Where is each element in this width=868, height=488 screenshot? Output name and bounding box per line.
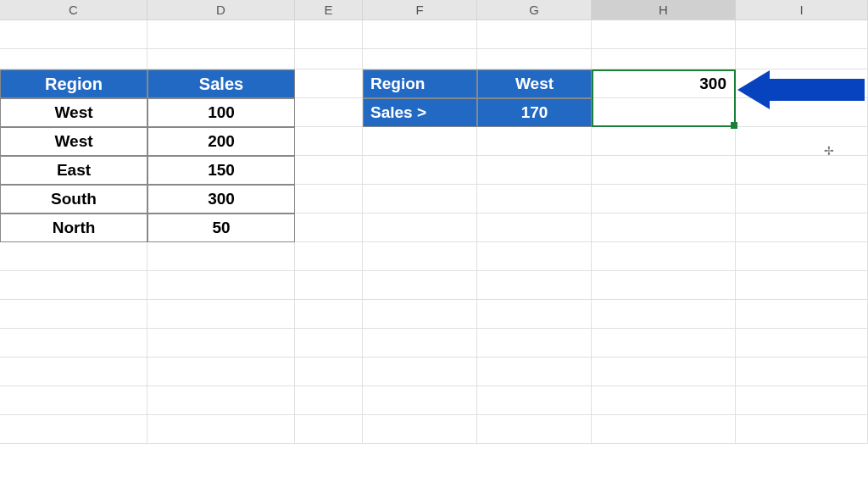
cell[interactable] [736,156,868,185]
cell[interactable] [477,127,592,156]
cell[interactable] [147,49,295,69]
column-header-H[interactable]: H [592,0,736,19]
cell[interactable] [736,329,868,358]
cell[interactable] [295,271,363,300]
cell[interactable] [592,127,736,156]
cell[interactable] [363,271,477,300]
cell[interactable] [592,49,736,69]
cell[interactable] [295,185,363,214]
criteria-sales-label[interactable]: Sales > [363,98,477,127]
cell[interactable] [147,386,295,415]
cell[interactable] [736,415,868,444]
cell[interactable] [363,156,477,185]
cell[interactable] [0,415,147,444]
cell[interactable] [736,358,868,386]
cell[interactable] [477,20,592,49]
cell[interactable] [0,386,147,415]
cell[interactable] [363,214,477,242]
cell[interactable] [592,415,736,444]
cell[interactable] [0,242,147,271]
cell[interactable] [295,20,363,49]
cell[interactable] [147,329,295,358]
cell[interactable] [592,98,736,127]
table-cell-region[interactable]: East [0,156,147,185]
cell[interactable] [477,156,592,185]
cell[interactable] [477,242,592,271]
cell[interactable] [363,242,477,271]
cell[interactable] [363,358,477,386]
cell[interactable] [736,127,868,156]
column-header-G[interactable]: G [477,0,592,19]
cell[interactable] [477,386,592,415]
cell[interactable] [736,185,868,214]
cell[interactable] [592,242,736,271]
cell[interactable] [363,300,477,329]
criteria-region-label[interactable]: Region [363,69,477,98]
cell[interactable] [0,271,147,300]
cell[interactable] [592,20,736,49]
table-cell-region[interactable]: North [0,214,147,242]
cell[interactable] [295,156,363,185]
table-header-sales[interactable]: Sales [147,69,295,98]
cell[interactable] [0,329,147,358]
cell[interactable] [363,127,477,156]
table-cell-sales[interactable]: 100 [147,98,295,127]
cell[interactable] [477,185,592,214]
column-header-E[interactable]: E [295,0,363,19]
cell[interactable] [295,49,363,69]
cell[interactable] [736,300,868,329]
cell[interactable] [147,20,295,49]
cell[interactable] [736,69,868,98]
table-cell-sales[interactable]: 150 [147,156,295,185]
cell[interactable] [736,98,868,127]
table-header-region[interactable]: Region [0,69,147,98]
cell[interactable] [592,214,736,242]
cell[interactable] [295,98,363,127]
criteria-sales-value[interactable]: 170 [477,98,592,127]
cell[interactable] [295,329,363,358]
cell[interactable] [477,329,592,358]
cell[interactable] [363,329,477,358]
cell[interactable] [363,20,477,49]
cell[interactable] [147,271,295,300]
cell[interactable] [592,300,736,329]
cell[interactable] [592,386,736,415]
result-cell[interactable]: 300 [592,69,736,98]
column-header-I[interactable]: I [736,0,868,19]
cell[interactable] [295,415,363,444]
cell[interactable] [363,386,477,415]
grid[interactable]: Region Sales Region West 300 West 100 Sa… [0,20,868,488]
cell[interactable] [363,415,477,444]
cell[interactable] [295,386,363,415]
cell[interactable] [477,300,592,329]
cell[interactable] [363,49,477,69]
table-cell-sales[interactable]: 50 [147,214,295,242]
table-cell-sales[interactable]: 300 [147,185,295,214]
cell[interactable] [592,156,736,185]
cell[interactable] [147,358,295,386]
cell[interactable] [592,329,736,358]
cell[interactable] [0,358,147,386]
column-header-F[interactable]: F [363,0,477,19]
column-header-D[interactable]: D [147,0,295,19]
cell[interactable] [295,358,363,386]
cell[interactable] [477,49,592,69]
cell[interactable] [0,20,147,49]
cell[interactable] [736,242,868,271]
criteria-region-value[interactable]: West [477,69,592,98]
cell[interactable] [295,242,363,271]
cell[interactable] [295,214,363,242]
cell[interactable] [147,415,295,444]
cell[interactable] [592,185,736,214]
cell[interactable] [147,300,295,329]
table-cell-region[interactable]: South [0,185,147,214]
cell[interactable] [477,214,592,242]
cell[interactable] [736,20,868,49]
table-cell-sales[interactable]: 200 [147,127,295,156]
cell[interactable] [295,69,363,98]
column-header-C[interactable]: C [0,0,147,19]
cell[interactable] [736,271,868,300]
cell[interactable] [592,358,736,386]
cell[interactable] [295,127,363,156]
cell[interactable] [477,358,592,386]
